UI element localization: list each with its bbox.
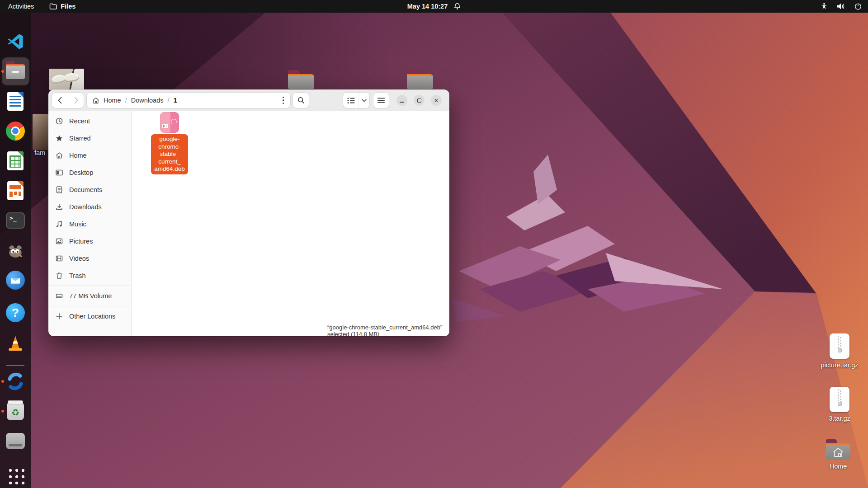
- dock-help-icon[interactable]: ?: [5, 302, 26, 324]
- sidebar-label: Pictures: [69, 238, 93, 245]
- sidebar-item-pictures[interactable]: Pictures: [48, 233, 131, 250]
- dock-thunderbird-icon[interactable]: [5, 269, 26, 291]
- music-note-icon: [56, 221, 63, 228]
- desktop-icon-picture-targz[interactable]: picture.tar.gz: [812, 333, 867, 369]
- desktop-folder-2[interactable]: [407, 70, 433, 89]
- desktop-folder-1[interactable]: [288, 70, 314, 89]
- file-grid[interactable]: google- chrome- stable_ current_ amd64.d…: [132, 111, 449, 336]
- sidebar-item-trash[interactable]: Trash: [48, 267, 131, 284]
- clock-icon: [56, 117, 63, 125]
- focused-app-menu[interactable]: Files: [49, 3, 75, 10]
- view-options-dropdown[interactable]: [359, 93, 369, 108]
- selection-status-bar: “google-chrome-stable_current_amd64.deb”…: [327, 325, 449, 336]
- dock-libreoffice-impress-icon[interactable]: [5, 180, 26, 202]
- back-button[interactable]: [52, 93, 68, 108]
- dock-libreoffice-calc-icon[interactable]: [5, 150, 26, 172]
- path-options-button[interactable]: [276, 93, 290, 108]
- places-sidebar: Recent Starred Home Desktop: [48, 111, 132, 336]
- clock[interactable]: May 14 10:27: [407, 3, 448, 10]
- search-button[interactable]: [293, 93, 309, 108]
- deb-package-icon: [160, 112, 179, 133]
- sidebar-label: Starred: [69, 135, 91, 142]
- power-icon[interactable]: [854, 3, 862, 10]
- help-logo: ?: [6, 303, 25, 322]
- close-button[interactable]: ✕: [431, 95, 442, 106]
- dock-blue-ring-app-icon[interactable]: [5, 371, 26, 392]
- list-view-button[interactable]: [343, 93, 359, 108]
- sidebar-label: Trash: [69, 272, 86, 279]
- sidebar-item-starred[interactable]: Starred: [48, 130, 131, 147]
- sidebar-item-videos[interactable]: Videos: [48, 250, 131, 267]
- running-indicator: [1, 410, 4, 413]
- sidebar-label: Recent: [69, 117, 90, 125]
- breadcrumb-home[interactable]: Home: [104, 97, 121, 104]
- dock-vlc-icon[interactable]: [5, 333, 26, 354]
- desktop-photo-sneakers[interactable]: [49, 69, 84, 90]
- dock-gimp-icon[interactable]: [5, 239, 26, 261]
- desktop-icon-home[interactable]: Home: [811, 439, 865, 470]
- activities-button[interactable]: Activities: [8, 3, 34, 10]
- top-bar: Activities Files May 14 10:27: [0, 0, 868, 13]
- sidebar-item-documents[interactable]: Documents: [48, 181, 131, 198]
- status-text: “google-chrome-stable_current_amd64.deb”…: [327, 324, 449, 338]
- sidebar-label: Other Locations: [69, 313, 115, 320]
- breadcrumb-downloads[interactable]: Downloads: [131, 97, 164, 104]
- sidebar-item-desktop[interactable]: Desktop: [48, 164, 131, 181]
- sidebar-item-recent[interactable]: Recent: [48, 113, 131, 130]
- desktop-icon-label: Home: [811, 463, 865, 470]
- sidebar-item-volume[interactable]: 77 MB Volume: [48, 287, 131, 305]
- breadcrumb-current[interactable]: 1: [174, 97, 177, 104]
- desktop-photo-label: fam: [34, 149, 45, 156]
- archive-icon: [830, 333, 849, 359]
- dock-app-grid-button[interactable]: [5, 465, 26, 486]
- dock-separator: [6, 365, 24, 366]
- blue-ring-logo: [6, 372, 25, 391]
- terminal-logo: >_: [6, 212, 25, 229]
- trash-icon: [56, 272, 63, 279]
- window-headerbar[interactable]: Home / Downloads / 1: [48, 89, 449, 111]
- writer-logo: [7, 92, 24, 111]
- desktop-icon-label: 3.tar.gz: [812, 415, 867, 422]
- plus-icon: [56, 313, 63, 320]
- maximize-button[interactable]: [414, 95, 425, 106]
- sidebar-item-downloads[interactable]: Downloads: [48, 198, 131, 216]
- breadcrumb-separator: /: [125, 97, 127, 104]
- vscode-logo: [6, 33, 24, 51]
- drive-logo: [6, 433, 25, 449]
- forward-button[interactable]: [68, 93, 84, 108]
- dock-vscode-icon[interactable]: [5, 31, 26, 52]
- file-item-deb-package[interactable]: google- chrome- stable_ current_ amd64.d…: [148, 112, 191, 174]
- folder-body: [288, 74, 314, 89]
- drive-icon: [56, 292, 63, 300]
- vlc-logo: [6, 334, 25, 353]
- dock-trash-icon[interactable]: ♻: [5, 400, 26, 422]
- dock-terminal-icon[interactable]: >_: [5, 210, 26, 231]
- sidebar-item-home[interactable]: Home: [48, 147, 131, 164]
- dock-files-icon[interactable]: [5, 61, 26, 82]
- minimize-button[interactable]: [396, 95, 407, 106]
- running-indicator: [1, 70, 4, 73]
- archive-icon: [830, 387, 849, 412]
- desktop-icon-label: picture.tar.gz: [812, 361, 867, 369]
- back-chevron-icon: [58, 97, 62, 104]
- files-logo: [6, 64, 25, 79]
- dock-libreoffice-writer-icon[interactable]: [5, 90, 26, 112]
- dock-removable-drive-icon[interactable]: [5, 430, 26, 452]
- hamburger-menu-button[interactable]: [373, 93, 389, 108]
- nav-button-group: [52, 93, 84, 108]
- star-icon: [56, 135, 63, 142]
- path-bar[interactable]: Home / Downloads / 1: [87, 93, 290, 108]
- sidebar-item-music[interactable]: Music: [48, 216, 131, 233]
- notification-bell-icon[interactable]: [454, 3, 461, 10]
- sidebar-label: Videos: [69, 255, 89, 262]
- dock-chrome-icon[interactable]: [5, 120, 26, 142]
- volume-icon[interactable]: [837, 3, 845, 10]
- sidebar-label: Music: [69, 221, 86, 228]
- sidebar-separator: [48, 286, 131, 286]
- accessibility-icon[interactable]: [821, 3, 828, 10]
- sidebar-item-other-locations[interactable]: Other Locations: [48, 308, 131, 325]
- hamburger-icon: [377, 98, 385, 103]
- desktop-icon-3-targz[interactable]: 3.tar.gz: [812, 387, 867, 422]
- sidebar-separator: [48, 306, 131, 306]
- sidebar-label: Home: [69, 152, 87, 159]
